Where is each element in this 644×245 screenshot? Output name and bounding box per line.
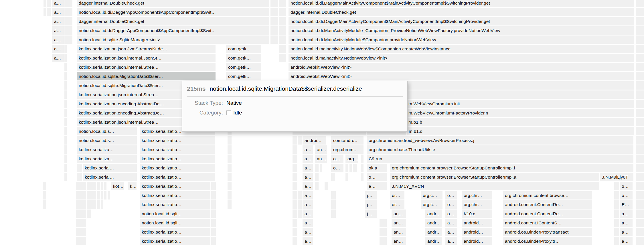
stack-frame[interactable]: a… (620, 219, 633, 227)
stack-frame-unlabeled[interactable] (636, 145, 644, 154)
stack-frame[interactable]: dagger.internal.DoubleCheck.get (289, 8, 634, 16)
stack-frame[interactable]: kotlinx.serializatio… (140, 173, 215, 181)
stack-frame[interactable]: org.chromium.android_webview.AwBrowserPr… (367, 136, 633, 145)
stack-frame-unlabeled[interactable] (64, 26, 67, 35)
stack-frame-unlabeled[interactable] (636, 228, 644, 236)
stack-frame-unlabeled[interactable] (636, 72, 644, 80)
stack-frame-unlabeled[interactable] (636, 182, 644, 190)
stack-frame[interactable]: kotlinx.serializatio… (140, 155, 215, 163)
stack-frame-unlabeled[interactable] (211, 228, 216, 236)
stack-frame-unlabeled[interactable] (636, 219, 644, 227)
stack-frame-unlabeled[interactable] (87, 191, 96, 199)
stack-frame[interactable]: com.getk… (226, 63, 261, 71)
stack-frame[interactable]: org.chromium.base.ThreadUtils.e (367, 145, 633, 154)
stack-frame[interactable]: J.N.M1Y_XVCN (390, 182, 599, 190)
stack-frame-unlabeled[interactable] (298, 210, 302, 218)
stack-frame-unlabeled[interactable] (298, 200, 302, 209)
stack-frame-unlabeled[interactable] (64, 145, 67, 154)
stack-frame-unlabeled[interactable] (211, 191, 216, 199)
stack-frame-unlabeled[interactable] (636, 0, 644, 7)
stack-frame-unlabeled[interactable] (331, 200, 336, 209)
stack-frame-unlabeled[interactable] (228, 136, 232, 145)
stack-frame-unlabeled[interactable] (211, 182, 216, 190)
stack-frame[interactable]: a… (52, 17, 64, 25)
stack-frame[interactable]: o… (445, 191, 457, 199)
stack-frame-unlabeled[interactable] (293, 136, 297, 145)
stack-frame-unlabeled[interactable] (279, 35, 286, 44)
stack-frame-unlabeled[interactable] (614, 219, 619, 227)
stack-frame[interactable]: android.os.BinderProxy.tr… (503, 237, 592, 245)
stack-frame-unlabeled[interactable] (315, 173, 319, 181)
stack-frame[interactable]: androi… (303, 136, 326, 145)
stack-frame-unlabeled[interactable] (614, 228, 619, 236)
stack-frame-unlabeled[interactable] (293, 173, 297, 181)
stack-frame-unlabeled[interactable] (228, 145, 232, 154)
stack-frame[interactable]: kotlinx.serializatio… (140, 228, 210, 236)
stack-frame[interactable]: a… (52, 54, 64, 62)
stack-frame-unlabeled[interactable] (298, 191, 302, 199)
stack-frame-unlabeled[interactable] (320, 164, 322, 172)
stack-frame-unlabeled[interactable] (315, 182, 319, 190)
stack-frame[interactable]: kotlinx.serialization.json.internal.Stre… (77, 63, 216, 71)
stack-frame-unlabeled[interactable] (345, 164, 348, 172)
stack-frame-unlabeled[interactable] (101, 182, 103, 190)
stack-frame[interactable]: org.chrom… (331, 145, 364, 154)
stack-frame-unlabeled[interactable] (270, 0, 278, 7)
stack-frame-unlabeled[interactable] (211, 200, 216, 209)
stack-frame[interactable]: j… (365, 191, 377, 199)
stack-frame-unlabeled[interactable] (67, 8, 72, 16)
stack-frame[interactable]: org.chr… (462, 191, 492, 199)
stack-frame-unlabeled[interactable] (636, 136, 644, 145)
stack-frame-unlabeled[interactable] (293, 164, 297, 172)
stack-frame-unlabeled[interactable] (44, 0, 46, 7)
stack-frame[interactable]: com.getk… (226, 72, 261, 80)
stack-frame[interactable]: kotlinx.serializatio… (140, 136, 215, 145)
stack-frame[interactable]: a… (52, 8, 64, 16)
stack-frame[interactable]: com.getk… (226, 54, 261, 62)
stack-frame[interactable]: a… (303, 191, 313, 199)
stack-frame[interactable]: a… (303, 228, 313, 236)
stack-frame-unlabeled[interactable] (228, 173, 232, 181)
stack-frame-unlabeled[interactable] (64, 63, 67, 71)
stack-frame-unlabeled[interactable] (97, 200, 100, 209)
stack-frame-unlabeled[interactable] (228, 200, 232, 209)
stack-frame[interactable]: notion.local.id.di.DaggerAppComponent$Ap… (77, 8, 269, 16)
stack-frame[interactable]: org.c… (421, 200, 442, 209)
stack-frame[interactable]: or… (390, 191, 404, 199)
stack-frame-unlabeled[interactable] (345, 173, 348, 181)
stack-frame-unlabeled[interactable] (293, 155, 297, 163)
stack-frame[interactable]: kotlinx.serialization.json.JvmStreamsKt.… (77, 45, 216, 53)
stack-frame-unlabeled[interactable] (77, 173, 82, 181)
stack-frame-unlabeled[interactable] (636, 54, 644, 62)
stack-frame-unlabeled[interactable] (636, 35, 644, 44)
stack-frame-unlabeled[interactable] (43, 191, 46, 199)
stack-frame-unlabeled[interactable] (636, 155, 644, 163)
stack-frame[interactable]: a… (303, 210, 313, 218)
stack-frame[interactable]: o… (445, 210, 457, 218)
stack-frame-unlabeled[interactable] (279, 45, 286, 53)
stack-frame[interactable]: notion.local.id.di.DaggerMainActivityCom… (289, 0, 634, 7)
stack-frame-unlabeled[interactable] (636, 164, 644, 172)
stack-frame-unlabeled[interactable] (293, 200, 297, 209)
stack-frame-unlabeled[interactable] (636, 109, 644, 117)
stack-frame[interactable]: E… (620, 200, 633, 209)
stack-frame-unlabeled[interactable] (87, 200, 96, 209)
stack-frame-unlabeled[interactable] (636, 81, 644, 90)
stack-frame-unlabeled[interactable] (270, 35, 278, 44)
stack-frame-unlabeled[interactable] (279, 8, 286, 16)
stack-frame[interactable]: android.webkit.WebView.<init> (289, 72, 634, 80)
stack-frame[interactable]: notion.local.id.s… (77, 136, 137, 145)
stack-frame-unlabeled[interactable] (108, 191, 110, 199)
stack-frame-unlabeled[interactable] (614, 210, 619, 218)
stack-frame-unlabeled[interactable] (293, 145, 297, 154)
stack-frame-unlabeled[interactable] (211, 219, 216, 227)
stack-frame[interactable]: andr… (425, 228, 442, 236)
stack-frame-unlabeled[interactable] (279, 26, 286, 35)
stack-frame[interactable]: a… (303, 173, 313, 181)
stack-frame[interactable]: com.andro… (331, 136, 364, 145)
stack-frame-unlabeled[interactable] (76, 228, 86, 236)
stack-frame-unlabeled[interactable] (636, 45, 644, 53)
stack-frame-unlabeled[interactable] (325, 182, 328, 190)
stack-frame[interactable]: notion.local.id.sqli… (140, 219, 210, 227)
stack-frame-unlabeled[interactable] (228, 155, 232, 163)
